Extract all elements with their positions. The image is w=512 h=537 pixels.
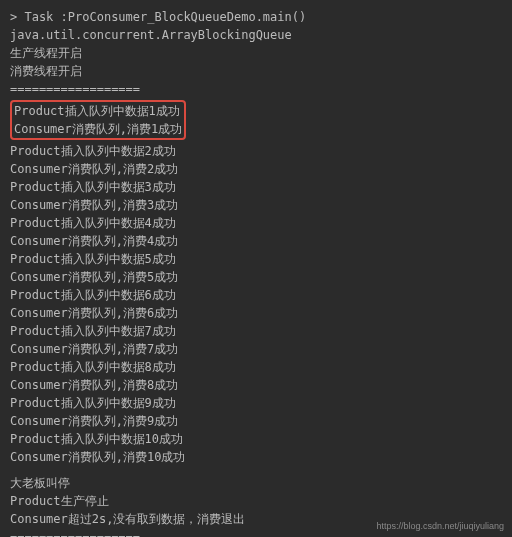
output-line: Consumer消费队列,消费3成功 <box>10 196 502 214</box>
output-line: Consumer消费队列,消费1成功 <box>14 120 182 138</box>
output-line: Product插入队列中数据9成功 <box>10 394 502 412</box>
output-line: Product插入队列中数据3成功 <box>10 178 502 196</box>
output-line: Product插入队列中数据2成功 <box>10 142 502 160</box>
highlighted-output-box: Product插入队列中数据1成功 Consumer消费队列,消费1成功 <box>10 100 186 140</box>
output-line: Product插入队列中数据6成功 <box>10 286 502 304</box>
watermark-text: https://blog.csdn.net/jiuqiyuliang <box>376 520 504 534</box>
output-line: Product插入队列中数据1成功 <box>14 102 182 120</box>
output-line: Consumer消费队列,消费9成功 <box>10 412 502 430</box>
output-line: Consumer消费队列,消费7成功 <box>10 340 502 358</box>
output-line: Product插入队列中数据5成功 <box>10 250 502 268</box>
boss-stop-line: 大老板叫停 <box>10 474 502 492</box>
output-line: Consumer消费队列,消费8成功 <box>10 376 502 394</box>
output-line: Consumer消费队列,消费5成功 <box>10 268 502 286</box>
output-line: Consumer消费队列,消费10成功 <box>10 448 502 466</box>
producer-thread-start: 生产线程开启 <box>10 44 502 62</box>
consumer-thread-start: 消费线程开启 <box>10 62 502 80</box>
output-line: Consumer消费队列,消费2成功 <box>10 160 502 178</box>
output-line: Consumer消费队列,消费4成功 <box>10 232 502 250</box>
task-header-line: > Task :ProConsumer_BlockQueueDemo.main(… <box>10 8 502 26</box>
spacer <box>10 466 502 474</box>
output-line: Consumer消费队列,消费6成功 <box>10 304 502 322</box>
output-line: Product插入队列中数据4成功 <box>10 214 502 232</box>
divider-line: ================== <box>10 80 502 98</box>
output-line: Product插入队列中数据10成功 <box>10 430 502 448</box>
product-stop-line: Product生产停止 <box>10 492 502 510</box>
class-name-line: java.util.concurrent.ArrayBlockingQueue <box>10 26 502 44</box>
output-line: Product插入队列中数据7成功 <box>10 322 502 340</box>
output-line: Product插入队列中数据8成功 <box>10 358 502 376</box>
